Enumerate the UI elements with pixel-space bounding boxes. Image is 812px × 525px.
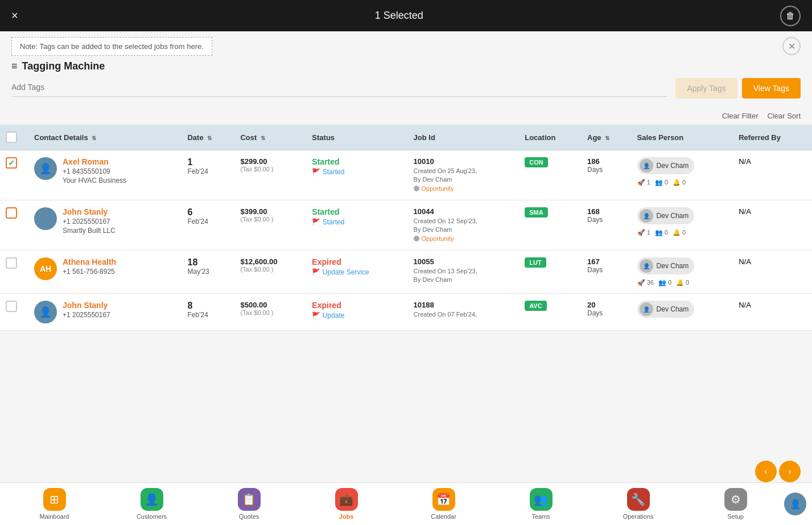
sales-person-chip: 👤 Dev Cham [637, 301, 695, 318]
contact-phone: +1 8435550109 [63, 167, 126, 175]
delete-button[interactable]: 🗑 [780, 6, 801, 26]
nav-item-operations[interactable]: 🔧 Operations [590, 485, 687, 523]
nav-item-setup[interactable]: ⚙ Setup [687, 485, 784, 523]
row-checkbox[interactable] [6, 301, 17, 312]
clear-sort-link[interactable]: Clear Sort [767, 112, 801, 120]
date-mon: Feb'24 [187, 218, 229, 225]
table-row: AH Athena Health +1 561-756-8925 18 May'… [0, 251, 812, 294]
age-cell: 186 Days [582, 150, 632, 200]
pagination-buttons: ‹ › [755, 461, 801, 482]
profile-avatar[interactable]: 👤 [784, 493, 806, 515]
view-tags-button[interactable]: View Tags [742, 78, 801, 99]
age-days: 20 [587, 301, 626, 309]
sp-name: Dev Cham [657, 162, 689, 170]
next-page-button[interactable]: › [779, 461, 801, 482]
status-label: Started [312, 157, 402, 166]
contact-cell: John Stanly +1 2025550167 Smartly Built … [28, 200, 182, 251]
contact-name[interactable]: Axel Roman [63, 157, 126, 166]
teams-nav-icon: 👥 [530, 488, 553, 511]
sp-stat-1: 🚀 1 [637, 179, 650, 186]
hamburger-icon: ≡ [11, 60, 18, 72]
row-checkbox[interactable]: ✓ [6, 157, 17, 169]
prev-page-button[interactable]: ‹ [755, 461, 777, 482]
salesperson-cell: 👤 Dev Cham 🚀 36 👥 0 🔔 0 [632, 251, 733, 294]
referred-by-value: N/A [739, 157, 751, 166]
checkbox-cell [0, 200, 28, 251]
close-button[interactable]: × [11, 9, 18, 22]
contact-name[interactable]: Athena Health [63, 257, 116, 266]
sp-stat-2: 👥 0 [655, 229, 668, 236]
age-cell: 167 Days [582, 251, 632, 294]
age-label: Days [587, 309, 626, 317]
location-badge: LUT [525, 257, 546, 268]
date-mon: Feb'24 [187, 167, 229, 175]
checkbox-cell: ✓ [0, 150, 28, 200]
contact-phone: +1 2025550167 [63, 218, 116, 225]
salesperson-cell: 👤 Dev Cham 🚀 1 👥 0 🔔 0 [632, 200, 733, 251]
contact-name[interactable]: John Stanly [63, 207, 116, 216]
checkbox-cell [0, 251, 28, 294]
cost-cell: $12,600.00 (Tax $0.00 ) [234, 251, 306, 294]
note-box: Note: Tags can be added to the selected … [11, 37, 212, 56]
jobid-cell: 10055 Created On 13 Sep'23, By Dev Cham [408, 251, 520, 294]
sp-stat-1: 🚀 1 [637, 229, 650, 236]
job-id[interactable]: 10055 [414, 257, 514, 266]
date-mon: Feb'24 [187, 311, 229, 319]
header-referredby: Referred By [733, 125, 812, 150]
nav-item-mainboard[interactable]: ⊞ Mainboard [6, 485, 103, 523]
opportunity-dot [414, 186, 419, 191]
jobid-cell: 10188 Created On 07 Feb'24, [408, 294, 520, 331]
job-opportunity-link[interactable]: Opportunity [414, 235, 454, 242]
contact-phone: +1 561-756-8925 [63, 268, 116, 276]
status-flag: 🚩 Started [312, 168, 402, 176]
contact-company: Your HVAC Business [63, 177, 126, 184]
job-opportunity-link[interactable]: Opportunity [414, 185, 454, 192]
contact-cell: AH Athena Health +1 561-756-8925 [28, 251, 182, 294]
location-badge: CON [525, 157, 547, 167]
calendar-nav-icon: 📅 [432, 488, 455, 511]
job-by: By Dev Cham [414, 226, 514, 233]
clear-filter-link[interactable]: Clear Filter [722, 112, 759, 120]
nav-item-calendar[interactable]: 📅 Calendar [395, 485, 492, 523]
nav-item-customers[interactable]: 👤 Customers [103, 485, 200, 523]
job-id[interactable]: 10044 [414, 207, 514, 216]
cost-tax: (Tax $0.00 ) [240, 216, 300, 223]
date-num: 18 [187, 257, 229, 268]
nav-item-quotes[interactable]: 📋 Quotes [200, 485, 298, 523]
nav-item-jobs[interactable]: 💼 Jobs [298, 485, 395, 523]
row-checkbox[interactable] [6, 257, 17, 269]
tagging-title-row: ≡ Tagging Machine [11, 60, 801, 72]
nav-item-teams[interactable]: 👥 Teams [492, 485, 590, 523]
sp-avatar: 👤 [640, 302, 653, 316]
status-label: Expired [312, 301, 402, 310]
age-cell: 20 Days [582, 294, 632, 331]
sp-stat-1: 🚀 36 [637, 279, 654, 286]
status-cell: Started 🚩 Started [306, 150, 407, 200]
job-id[interactable]: 10010 [414, 157, 514, 166]
setup-nav-label: Setup [727, 513, 744, 520]
sp-name: Dev Cham [657, 262, 689, 270]
add-tags-input[interactable] [11, 80, 667, 94]
row-checkbox[interactable] [6, 207, 17, 219]
job-created: Created On 25 Aug'23, [414, 167, 514, 174]
top-bar: × 1 Selected 🗑 [0, 0, 812, 31]
mainboard-nav-icon: ⊞ [43, 488, 66, 511]
job-id[interactable]: 10188 [414, 301, 514, 309]
contact-name[interactable]: John Stanly [63, 301, 110, 310]
sp-stat-3: 🔔 0 [673, 179, 686, 186]
checkbox-cell [0, 294, 28, 331]
age-sort-icon: ⇅ [605, 135, 609, 141]
sp-name: Dev Cham [657, 305, 689, 313]
jobs-nav-label: Jobs [339, 513, 354, 520]
status-update-link[interactable]: 🚩 Update [312, 311, 402, 319]
select-all-checkbox[interactable] [6, 132, 17, 143]
status-update-link[interactable]: 🚩 Update Service [312, 268, 402, 276]
salesperson-cell: 👤 Dev Cham 🚀 1 👥 0 🔔 0 [632, 150, 733, 200]
apply-tags-button[interactable]: Apply Tags [675, 78, 737, 99]
mainboard-nav-label: Mainboard [40, 513, 69, 520]
operations-nav-label: Operations [623, 513, 654, 520]
note-close-button[interactable]: ✕ [782, 37, 801, 55]
status-cell: Expired 🚩 Update [306, 294, 407, 331]
age-label: Days [587, 266, 626, 274]
contact-cell: 👤 Axel Roman +1 8435550109 Your HVAC Bus… [28, 150, 182, 200]
